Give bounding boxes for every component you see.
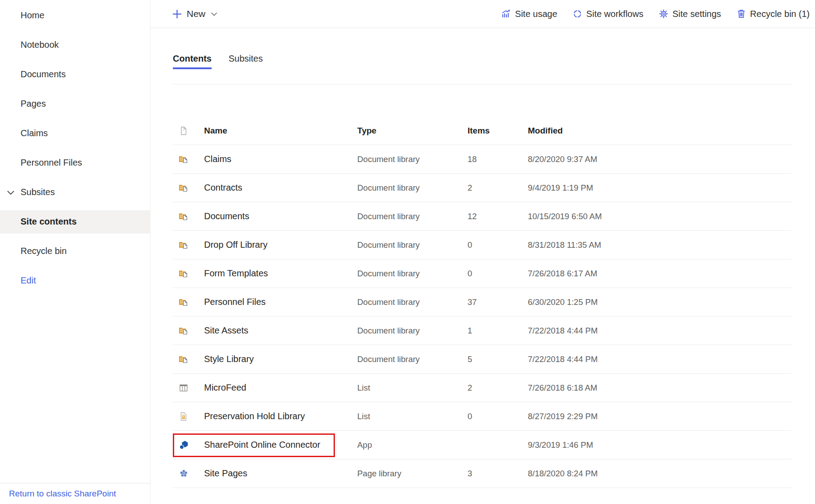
sidebar-item-subsites[interactable]: Subsites: [0, 181, 150, 204]
table-row-site-pages[interactable]: Site Pages Page library 3 8/18/2020 8:24…: [173, 459, 791, 488]
table-row-drop-off-library[interactable]: Drop Off Library Document library 0 8/31…: [173, 231, 791, 259]
doclib-icon: [179, 268, 189, 279]
column-header-items[interactable]: Items: [468, 126, 528, 136]
table-row-style-library[interactable]: Style Library Document library 5 7/22/20…: [173, 345, 791, 374]
row-modified: 8/27/2019 2:29 PM: [528, 412, 791, 421]
sidebar-item-label: Home: [21, 10, 44, 21]
return-to-classic-link[interactable]: Return to classic SharePoint: [9, 489, 116, 499]
column-header-name[interactable]: Name: [204, 126, 357, 136]
table-row-claims[interactable]: Claims Document library 18 8/20/2020 9:3…: [173, 145, 791, 174]
tab-label: Subsites: [229, 54, 263, 63]
site-workflows-button[interactable]: Site workflows: [573, 9, 644, 19]
chevron-down-icon: [210, 10, 218, 18]
tab-label: Contents: [173, 54, 212, 63]
row-items: 3: [468, 469, 528, 479]
row-name-link[interactable]: Preservation Hold Library: [204, 411, 357, 421]
contents-table: Name Type Items Modified Claims Document…: [173, 117, 791, 488]
row-type: Document library: [357, 269, 468, 279]
sidebar-footer: Return to classic SharePoint: [0, 483, 150, 504]
table-row-site-assets[interactable]: Site Assets Document library 1 7/22/2018…: [173, 317, 791, 345]
pages-icon: [179, 468, 189, 479]
site-settings-button[interactable]: Site settings: [659, 9, 721, 19]
table-row-preservation-hold-library[interactable]: Preservation Hold Library List 0 8/27/20…: [173, 402, 791, 431]
pivot-tabs: ContentsSubsites: [173, 54, 263, 74]
recycle-bin-1-button[interactable]: Recycle bin (1): [736, 9, 810, 19]
row-name-link[interactable]: SharePoint Online Connector: [204, 440, 357, 450]
row-modified: 9/4/2019 1:19 PM: [528, 183, 791, 193]
row-items: 0: [468, 412, 528, 421]
table-row-contracts[interactable]: Contracts Document library 2 9/4/2019 1:…: [173, 174, 791, 202]
column-header-modified[interactable]: Modified: [528, 126, 791, 136]
tab-subsites[interactable]: Subsites: [229, 54, 263, 74]
row-name-link[interactable]: Contracts: [204, 183, 357, 193]
row-name-link[interactable]: Form Templates: [204, 268, 357, 279]
sidebar-item-label: Edit: [21, 275, 36, 286]
chevron-down-icon[interactable]: [5, 187, 16, 198]
main-area: New Site usage Site workflows Site setti…: [150, 0, 815, 504]
toolbar-action-label: Site workflows: [586, 9, 644, 19]
command-bar: New Site usage Site workflows Site setti…: [150, 0, 815, 28]
toolbar-action-label: Site settings: [673, 9, 721, 19]
row-type: Document library: [357, 183, 468, 193]
sidebar-item-label: Claims: [21, 128, 48, 138]
row-name-link[interactable]: MicroFeed: [204, 383, 357, 393]
doclib-icon: [179, 354, 189, 364]
row-modified: 8/31/2018 11:35 AM: [528, 240, 791, 250]
sidebar-item-site-contents[interactable]: Site contents: [0, 210, 150, 233]
site-usage-button[interactable]: Site usage: [501, 9, 557, 19]
sidebar-item-label: Notebook: [21, 40, 59, 50]
document-icon: [179, 126, 188, 136]
row-type: Document library: [357, 154, 468, 164]
app-icon: [179, 440, 189, 450]
row-type: Document library: [357, 297, 468, 307]
row-type: List: [357, 383, 468, 393]
row-type: Document library: [357, 240, 468, 250]
row-items: 2: [468, 183, 528, 193]
site-contents-page: Home Notebook Documents Pages Claims Per…: [0, 0, 815, 504]
tab-contents[interactable]: Contents: [173, 54, 212, 74]
row-modified: 8/20/2020 9:37 AM: [528, 154, 791, 164]
row-items: 0: [468, 240, 528, 250]
new-button-label: New: [187, 8, 205, 19]
sidebar-item-home[interactable]: Home: [0, 4, 150, 27]
sidebar-item-label: Site contents: [21, 217, 77, 227]
trash-icon: [736, 9, 746, 19]
doclib-icon: [179, 211, 189, 221]
row-modified: 8/18/2020 8:24 PM: [528, 469, 791, 479]
row-name-link[interactable]: Documents: [204, 211, 357, 221]
sidebar-item-pages[interactable]: Pages: [0, 92, 150, 115]
row-name-link[interactable]: Personnel Files: [204, 297, 357, 307]
row-items: 5: [468, 354, 528, 364]
table-row-sharepoint-online-connector[interactable]: SharePoint Online Connector App 9/3/2019…: [173, 431, 791, 459]
row-modified: 7/26/2018 6:17 AM: [528, 269, 791, 279]
row-items: 18: [468, 154, 528, 164]
row-name-link[interactable]: Drop Off Library: [204, 240, 357, 250]
row-name-link[interactable]: Site Pages: [204, 468, 357, 479]
table-row-documents[interactable]: Documents Document library 12 10/15/2019…: [173, 202, 791, 231]
plus-icon: [172, 9, 182, 19]
sidebar-item-documents[interactable]: Documents: [0, 62, 150, 86]
row-items: 0: [468, 269, 528, 279]
table-row-form-templates[interactable]: Form Templates Document library 0 7/26/2…: [173, 259, 791, 288]
row-modified: 7/22/2018 4:44 PM: [528, 326, 791, 336]
sidebar-item-label: Personnel Files: [21, 158, 82, 168]
column-header-type[interactable]: Type: [357, 126, 468, 136]
sidebar-item-edit[interactable]: Edit: [0, 269, 150, 292]
sidebar-item-label: Recycle bin: [21, 246, 67, 256]
table-row-microfeed[interactable]: MicroFeed List 2 7/26/2018 6:18 AM: [173, 374, 791, 402]
sidebar-item-recycle-bin[interactable]: Recycle bin: [0, 240, 150, 263]
gear-icon: [659, 9, 669, 19]
row-items: 37: [468, 297, 528, 307]
sidebar-item-personnel-files[interactable]: Personnel Files: [0, 151, 150, 175]
row-type: List: [357, 412, 468, 421]
chevron-down-icon: [210, 10, 218, 18]
table-row-personnel-files[interactable]: Personnel Files Document library 37 6/30…: [173, 288, 791, 317]
sidebar-item-notebook[interactable]: Notebook: [0, 33, 150, 56]
new-button[interactable]: New: [172, 8, 218, 19]
row-name-link[interactable]: Claims: [204, 154, 357, 164]
sidebar-item-claims[interactable]: Claims: [0, 121, 150, 145]
row-items: 1: [468, 326, 528, 336]
row-name-link[interactable]: Style Library: [204, 354, 357, 364]
row-type: Document library: [357, 212, 468, 221]
row-name-link[interactable]: Site Assets: [204, 325, 357, 336]
